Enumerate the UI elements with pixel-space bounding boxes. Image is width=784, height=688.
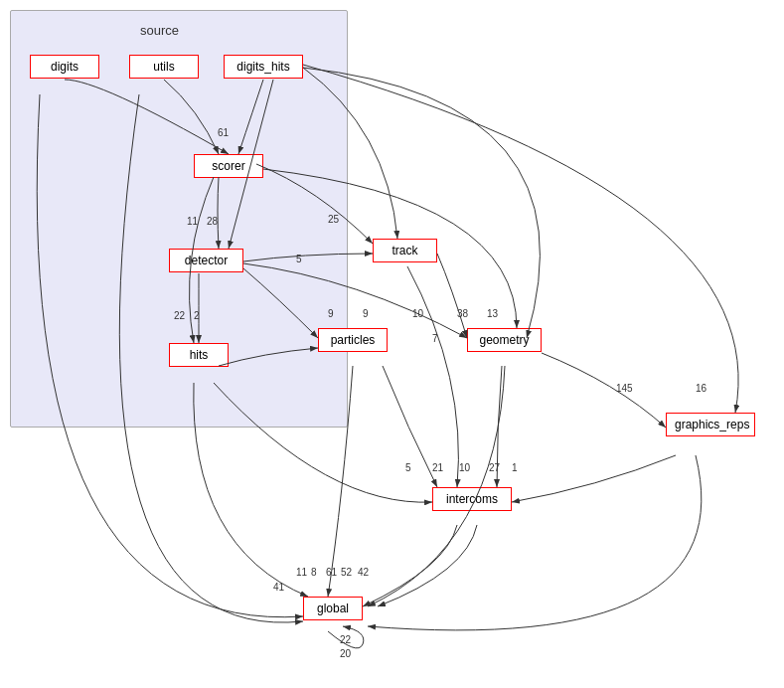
node-utils[interactable]: utils [129, 55, 199, 79]
edge-label-9b: 9 [363, 308, 369, 319]
node-hits[interactable]: hits [169, 343, 229, 367]
node-particles[interactable]: particles [318, 328, 388, 352]
edge-label-10: 10 [412, 308, 423, 319]
edge-label-11: 11 [187, 216, 198, 227]
edge-label-25: 25 [328, 214, 339, 225]
edge-label-5: 5 [296, 254, 302, 264]
edge-label-42: 42 [358, 567, 369, 578]
edge-label-22b: 22 [340, 634, 351, 645]
edge-label-21: 21 [432, 462, 443, 473]
source-label: source [140, 23, 179, 38]
node-digits-hits[interactable]: digits_hits [224, 55, 303, 79]
edge-label-20: 20 [340, 648, 351, 659]
edge-label-28: 28 [207, 216, 218, 227]
edge-label-41: 41 [273, 582, 284, 593]
edge-label-8: 8 [311, 567, 317, 578]
node-detector[interactable]: detector [169, 249, 243, 272]
edge-label-13: 13 [487, 308, 498, 319]
edge-label-61b: 61 [326, 567, 337, 578]
diagram-container: source digits utils digits_hits scorer d… [0, 0, 784, 688]
edge-label-5b: 5 [405, 462, 411, 473]
edge-label-16: 16 [696, 383, 706, 394]
node-digits[interactable]: digits [30, 55, 99, 79]
edge-label-11b: 11 [296, 567, 307, 578]
node-intercoms[interactable]: intercoms [432, 487, 512, 511]
node-global[interactable]: global [303, 597, 363, 620]
edge-label-2: 2 [194, 310, 200, 321]
node-geometry[interactable]: geometry [467, 328, 542, 352]
edge-label-7: 7 [432, 333, 438, 344]
edge-label-22: 22 [174, 310, 185, 321]
edge-label-61: 61 [218, 127, 229, 138]
edge-label-145: 145 [616, 383, 633, 394]
edge-label-10b: 10 [459, 462, 470, 473]
node-graphics-reps[interactable]: graphics_reps [666, 413, 755, 436]
edge-label-38: 38 [457, 308, 468, 319]
node-scorer[interactable]: scorer [194, 154, 263, 178]
node-track[interactable]: track [373, 239, 437, 262]
edge-label-9a: 9 [328, 308, 334, 319]
edge-label-52: 52 [341, 567, 352, 578]
edge-label-1: 1 [512, 462, 518, 473]
edge-label-27: 27 [489, 462, 500, 473]
